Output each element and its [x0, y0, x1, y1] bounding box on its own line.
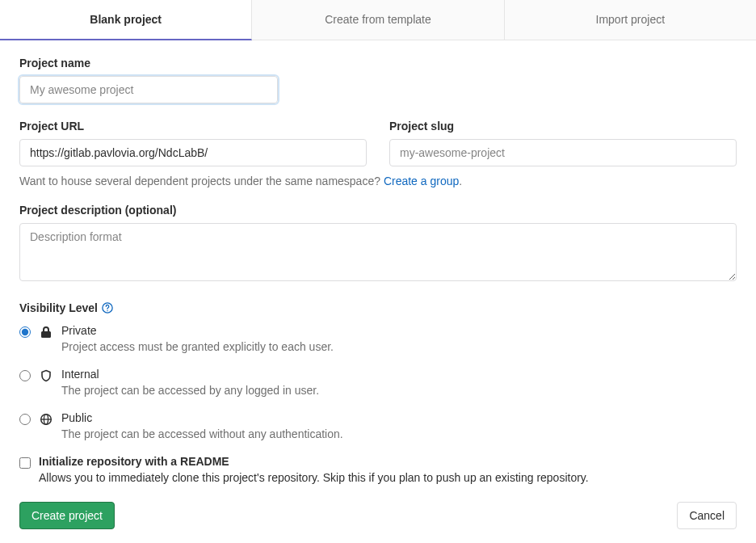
tab-blank-project[interactable]: Blank project: [0, 0, 252, 40]
project-name-label: Project name: [19, 57, 278, 69]
visibility-option-public[interactable]: Public The project can be accessed witho…: [19, 411, 737, 440]
visibility-level-label: Visibility Level: [19, 301, 98, 314]
visibility-option-private[interactable]: Private Project access must be granted e…: [19, 324, 737, 353]
visibility-level-heading: Visibility Level: [19, 301, 737, 314]
project-url-input[interactable]: [19, 139, 367, 166]
cancel-button[interactable]: Cancel: [677, 502, 737, 529]
namespace-hint-text: Want to house several dependent projects…: [19, 175, 384, 187]
visibility-radio-private[interactable]: [19, 326, 31, 338]
project-creation-tabs: Blank project Create from template Impor…: [0, 0, 756, 40]
initialize-readme-checkbox[interactable]: [19, 457, 31, 469]
visibility-private-desc: Project access must be granted explicitl…: [61, 340, 737, 353]
visibility-private-title: Private: [61, 324, 737, 337]
project-slug-label: Project slug: [389, 120, 737, 133]
lock-icon: [39, 325, 53, 339]
visibility-public-desc: The project can be accessed without any …: [61, 427, 737, 440]
visibility-internal-desc: The project can be accessed by any logge…: [61, 384, 737, 397]
visibility-option-internal[interactable]: Internal The project can be accessed by …: [19, 368, 737, 397]
create-group-link[interactable]: Create a group: [384, 175, 459, 187]
project-description-input[interactable]: [19, 223, 737, 281]
namespace-hint-period: .: [459, 175, 462, 187]
initialize-readme-row[interactable]: Initialize repository with a README Allo…: [19, 455, 737, 484]
create-project-button[interactable]: Create project: [19, 502, 115, 529]
initialize-readme-title: Initialize repository with a README: [39, 455, 589, 468]
initialize-readme-desc: Allows you to immediately clone this pro…: [39, 471, 589, 484]
namespace-hint: Want to house several dependent projects…: [19, 175, 737, 187]
form-actions: Create project Cancel: [19, 502, 737, 529]
tab-import-project[interactable]: Import project: [505, 0, 756, 40]
shield-icon: [39, 368, 53, 383]
project-name-input[interactable]: [19, 76, 278, 103]
project-slug-input[interactable]: [389, 139, 737, 166]
svg-point-1: [107, 310, 107, 311]
visibility-radio-internal[interactable]: [19, 370, 31, 381]
help-icon[interactable]: [102, 302, 113, 314]
project-description-label: Project description (optional): [19, 204, 737, 217]
tab-create-from-template[interactable]: Create from template: [252, 0, 504, 40]
new-project-form: Project name Project URL Project slug Wa…: [0, 40, 756, 543]
visibility-public-title: Public: [61, 411, 737, 424]
globe-icon: [39, 412, 53, 427]
visibility-internal-title: Internal: [61, 368, 737, 381]
project-url-label: Project URL: [19, 120, 367, 133]
visibility-radio-public[interactable]: [19, 414, 31, 425]
